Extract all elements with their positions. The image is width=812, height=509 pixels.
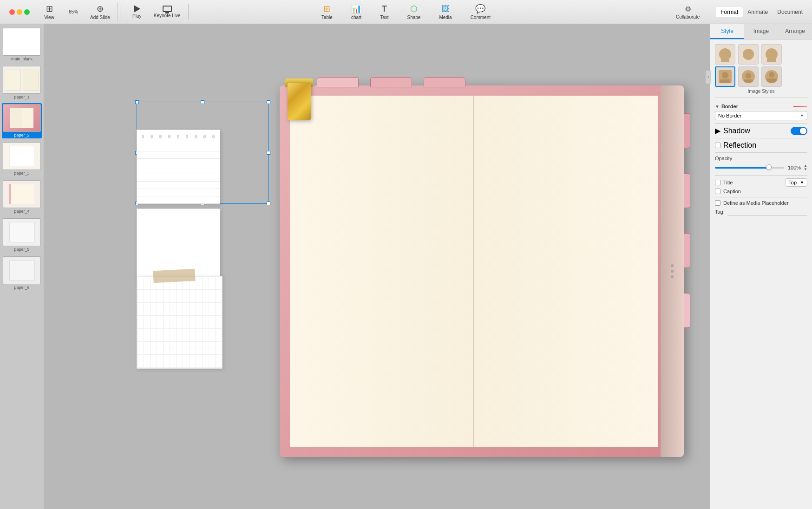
text-icon: T [382,4,387,14]
notebook-body [280,85,684,457]
title-label: Title [723,180,782,185]
slide-canvas [131,62,623,471]
title-position-arrow: ▼ [800,180,804,185]
title-position-dropdown[interactable]: Top ▼ [785,178,807,187]
play-button[interactable]: Play [126,4,148,20]
panel-collapse-button[interactable]: ‹ [706,71,711,84]
minimize-button[interactable] [17,9,22,15]
add-slide-icon: ⊕ [97,4,104,14]
tag-label: Tag: [715,209,725,215]
collaborate-button[interactable]: ⚙ Collaborate [671,3,704,21]
image-style-4[interactable] [715,66,735,87]
table-icon: ⊞ [323,4,330,14]
opacity-slider[interactable] [715,167,784,169]
slide-label-paper4: paper_4 [3,209,41,214]
border-dropdown[interactable]: No Border ▼ [715,111,807,120]
tag-input[interactable] [727,208,807,215]
format-tabs: Format Animate Document [716,7,807,17]
shadow-chevron: ▶ [715,126,720,135]
slide-label-main-blank: main_blank [3,57,41,61]
title-row: Title Top ▼ [715,178,807,187]
image-tab[interactable]: Image [744,24,778,39]
maximize-button[interactable] [24,9,30,15]
border-preview [793,106,807,107]
binder-clip [285,78,313,130]
play-controls: Play Keynote Live [122,4,189,20]
divider-1 [715,98,807,98]
handle-tl[interactable] [135,100,139,104]
lined-paper[interactable] [137,130,220,204]
caption-row: Caption [715,189,807,194]
caption-checkbox[interactable] [715,189,720,194]
close-button[interactable] [9,9,15,15]
reflection-row: Reflection [715,141,807,150]
shape-button[interactable]: ⬡ Shape [402,2,425,22]
title-position-value: Top [788,180,797,185]
keynote-live-icon [163,6,172,12]
add-slide-button[interactable]: ⊕ Add Slide [86,3,114,21]
shadow-label: Shadow [723,127,750,135]
opacity-row: Opacity [715,156,807,161]
media-button[interactable]: 🖼 Media [434,2,456,22]
opacity-decrement[interactable]: ▼ [804,168,807,171]
opacity-value: 100% [787,165,801,170]
slide-thumb-paper4[interactable]: paper_4 [2,179,42,215]
image-styles-row1 [715,44,807,65]
slide-thumb-paper1[interactable]: paper_1 [2,65,42,100]
view-button[interactable]: ⊞ View [38,3,60,21]
view-icon: ⊞ [46,4,53,14]
image-style-6[interactable] [761,66,782,87]
format-tab[interactable]: Format [716,7,743,17]
opacity-stepper[interactable]: ▲ ▼ [804,164,807,171]
border-chevron: ▼ [715,104,720,109]
comment-button[interactable]: 💬 Comment [466,2,495,22]
canvas-area[interactable] [44,24,710,509]
text-button[interactable]: T Text [375,2,393,22]
slide-thumb-paper2[interactable]: paper_2 [2,103,42,138]
image-style-2[interactable] [738,44,759,65]
toolbar-right: ⚙ Collaborate Format Animate Document [671,3,807,21]
style-tab[interactable]: Style [710,24,744,39]
keynote-live-button[interactable]: Keynote Live [150,5,184,19]
image-style-3[interactable] [761,44,782,65]
main-area: main_blank paper_1 paper_2 [0,24,812,509]
border-value-row: No Border ▼ [715,111,807,120]
document-tab[interactable]: Document [773,7,807,17]
right-panel: ‹ Style Image Arrange [710,24,812,509]
slide-thumb-paper5[interactable]: paper_5 [2,217,42,253]
caption-label: Caption [723,189,807,194]
opacity-slider-thumb[interactable] [766,164,772,170]
shadow-toggle-switch[interactable] [791,127,807,135]
image-style-5[interactable] [738,66,759,87]
handle-tc[interactable] [201,100,204,104]
right-panel-tabs: Style Image Arrange [710,24,812,39]
tag-row: Tag: [715,208,807,215]
table-button[interactable]: ⊞ Table [317,2,337,22]
arrange-tab[interactable]: Arrange [778,24,812,39]
slide-thumb-main-blank[interactable]: main_blank [2,27,42,62]
slide-thumb-paper6[interactable]: paper_6 [2,255,42,291]
media-icon: 🖼 [441,4,450,14]
border-label: Border [721,104,738,109]
media-placeholder-row: Define as Media Placeholder [715,200,807,206]
animate-tab[interactable]: Animate [743,7,773,17]
comment-icon: 💬 [475,4,485,14]
media-placeholder-label: Define as Media Placeholder [723,200,789,206]
title-checkbox[interactable] [715,180,720,185]
border-section-header[interactable]: ▼ Border [715,101,807,111]
zoom-button[interactable]: 65% [62,8,85,15]
separator-right [710,5,710,19]
slide-thumb-paper3[interactable]: paper_3 [2,141,42,176]
divider-3 [715,138,807,138]
opacity-control-row: 100% ▲ ▼ [715,164,807,171]
chart-button[interactable]: 📊 chart [347,2,366,22]
media-placeholder-checkbox[interactable] [715,200,720,206]
reflection-checkbox[interactable] [715,143,720,148]
image-style-1[interactable] [715,44,735,65]
shadow-toggle[interactable] [791,127,807,135]
slide-panel: main_blank paper_1 paper_2 [0,24,44,509]
play-icon [134,5,140,13]
border-value: No Border [718,113,741,118]
image-styles-label: Image Styles [715,89,807,94]
grid-paper[interactable] [137,276,223,369]
